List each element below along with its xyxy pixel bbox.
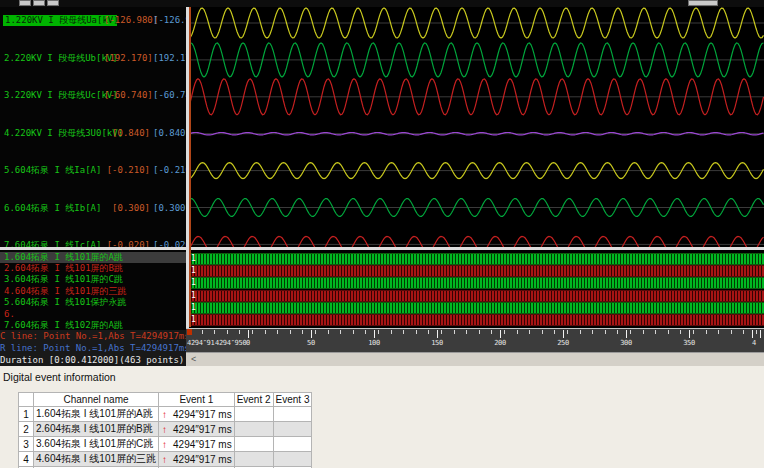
digital-bar-value: 1 (191, 303, 196, 313)
digital-channel-row[interactable]: 6. (0, 309, 186, 320)
digital-bar-value: 1 (191, 291, 196, 301)
cursor-c-value: [192.170] (104, 53, 150, 64)
table-row[interactable]: 4 4.604拓泉 I 线101屏的三跳 ↑4294″917 ms (19, 452, 312, 467)
time-tick-label: 50 (307, 339, 315, 347)
row-channel-name: 3.604拓泉 I 线101屏的C跳 (34, 437, 159, 452)
channel-list-panel: 1.220KV I 段母线Ua[kV] [-126.980] [-126.980… (0, 7, 186, 366)
top-scrollbar-track[interactable] (0, 0, 764, 7)
table-body: 1 1.604拓泉 I 线101屏的A跳 ↑4294″917 ms 2 2.60… (19, 407, 312, 468)
up-arrow-icon: ↑ (162, 409, 167, 420)
col-event-1: Event 1 (159, 393, 235, 407)
table-row[interactable]: 3 3.604拓泉 I 线101屏的C跳 ↑4294″917 ms (19, 437, 312, 452)
analog-channel-row[interactable]: 3.220KV I 段母线Uc[kV] [-60.740] [-60.740] (0, 90, 186, 102)
col-event-3: Event 3 (273, 393, 312, 407)
row-event-2 (234, 422, 273, 437)
event-1-time: 4294″917 ms (173, 454, 232, 465)
digital-channel-row[interactable]: 4.604拓泉 I 线101屏的三跳 (0, 286, 186, 297)
digital-bar: 1 (189, 314, 764, 326)
top-scrollbar-thumb[interactable] (688, 0, 718, 6)
row-event-1: ↑4294″917 ms (159, 407, 235, 422)
analog-channel-label: 5.604拓泉 I 线Ia[A] (4, 165, 101, 176)
digital-bar-value: 1 (191, 278, 196, 288)
top-scrollbar-button[interactable] (19, 0, 31, 6)
time-tick-label: 100 (368, 339, 380, 347)
waveform-workspace: 1.220KV I 段母线Ua[kV] [-126.980] [-126.980… (0, 7, 764, 366)
digital-event-panel: Digital event information Channel name E… (0, 366, 764, 468)
digital-channel-row[interactable]: 1.604拓泉 I 线101屏的A跳 (0, 252, 186, 263)
analog-channel-row[interactable]: 6.604拓泉 I 线Ib[A] [0.300] [0.300] (0, 203, 186, 215)
cursor-line[interactable] (189, 7, 191, 327)
waveform-trace (189, 236, 764, 247)
up-arrow-icon: ↑ (162, 439, 167, 450)
top-scrollbar-button[interactable] (33, 0, 45, 6)
table-row[interactable]: 2 2.604拓泉 I 线101屏的B跳 ↑4294″917 ms (19, 422, 312, 437)
cursor-r-value: [-126.980] (153, 15, 186, 26)
time-tick-label: 4294″950 (215, 339, 246, 347)
digital-channel-row[interactable]: 3.604拓泉 I 线101屏的C跳 (0, 274, 186, 285)
c-line-status: C line: Point No.=1,Abs T=4294917ms, Rel… (0, 330, 186, 342)
row-event-3 (273, 452, 312, 467)
cursor-c-value: [0.840] (104, 128, 150, 139)
row-channel-name: 4.604拓泉 I 线101屏的三跳 (34, 452, 159, 467)
analog-digital-divider (0, 247, 764, 250)
digital-bar: 1 (189, 290, 764, 302)
row-event-2 (234, 437, 273, 452)
row-event-1: ↑4294″917 ms (159, 452, 235, 467)
time-tick-label: 300 (620, 339, 632, 347)
table-header-row: Channel name Event 1 Event 2 Event 3 (19, 393, 312, 407)
time-tick-label: 0 (246, 339, 250, 347)
analog-channel-row[interactable]: 1.220KV I 段母线Ua[kV] [-126.980] [-126.980… (0, 15, 186, 27)
row-number: 3 (19, 437, 34, 452)
scroll-left-icon[interactable]: < (191, 354, 196, 364)
time-tick-label: 150 (431, 339, 443, 347)
col-rownum (19, 393, 34, 407)
time-tick-label: 250 (557, 339, 569, 347)
time-tick-label: 200 (494, 339, 506, 347)
col-event-2: Event 2 (234, 393, 273, 407)
analog-channel-row[interactable]: 7.604拓泉 I 线Ic[A] [-0.020] [-0.020] (0, 240, 186, 252)
row-number: 1 (19, 407, 34, 422)
digital-bar: 1 (189, 302, 764, 314)
cursor-r-value: [192.170] (153, 53, 186, 64)
cursor-r-value: [0.300] (153, 203, 186, 214)
row-number: 4 (19, 452, 34, 467)
panel-title: Digital event information (3, 371, 116, 383)
digital-bar: 1 (189, 277, 764, 289)
analog-channel-row[interactable]: 4.220KV I 段母线3U0[kV] [0.840] [0.840] (0, 128, 186, 140)
time-tick-label: 350 (683, 339, 695, 347)
digital-channel-row[interactable]: 5.604拓泉 I 线101保护永跳 (0, 297, 186, 308)
row-event-3 (273, 422, 312, 437)
row-event-3 (273, 407, 312, 422)
analog-channel-label: 1.220KV I 段母线Ua[kV] (3, 15, 117, 26)
analog-channel-row[interactable]: 5.604拓泉 I 线Ia[A] [-0.210] [-0.210] (0, 165, 186, 177)
analog-channel-label: 6.604拓泉 I 线Ib[A] (4, 203, 101, 214)
time-ruler[interactable]: 4294″914294″9500501001502002503003504 (186, 328, 764, 352)
event-1-time: 4294″917 ms (173, 439, 232, 450)
row-event-1: ↑4294″917 ms (159, 422, 235, 437)
r-line-status: R line: Point No.=1,Abs T=4294917ms, Rel… (0, 342, 186, 354)
analog-channel-label: 3.220KV I 段母线Uc[kV] (4, 90, 118, 101)
analog-channel-row[interactable]: 2.220KV I 段母线Ub[kV] [192.170] [192.170] (0, 53, 186, 65)
digital-bar: 1 (189, 265, 764, 277)
digital-event-table: Channel name Event 1 Event 2 Event 3 1 1… (18, 392, 312, 468)
top-scrollbar-button[interactable] (47, 0, 59, 6)
row-event-2 (234, 407, 273, 422)
up-arrow-icon: ↑ (162, 424, 167, 435)
event-1-time: 4294″917 ms (173, 424, 232, 435)
up-arrow-icon: ↑ (162, 454, 167, 465)
row-number: 2 (19, 422, 34, 437)
digital-channel-row[interactable]: 2.604拓泉 I 线101屏的B跳 (0, 263, 186, 274)
cursor-marker-icon[interactable] (187, 329, 192, 335)
row-event-2 (234, 452, 273, 467)
event-1-time: 4294″917 ms (173, 409, 232, 420)
cursor-r-value: [-0.210] (153, 165, 186, 176)
duration-status: Duration [0:00.412000](463 points) (0, 354, 186, 366)
time-tick-label: 4 (752, 339, 756, 347)
cursor-c-value: [-60.740] (104, 90, 150, 101)
digital-bar: 1 (189, 253, 764, 265)
digital-bar-value: 1 (191, 315, 196, 325)
cursor-c-value: [-0.210] (104, 165, 150, 176)
fault-recorder-window: 1.220KV I 段母线Ua[kV] [-126.980] [-126.980… (0, 0, 764, 468)
table-row[interactable]: 1 1.604拓泉 I 线101屏的A跳 ↑4294″917 ms (19, 407, 312, 422)
waveform-scrollbar-track[interactable]: < (186, 352, 764, 366)
